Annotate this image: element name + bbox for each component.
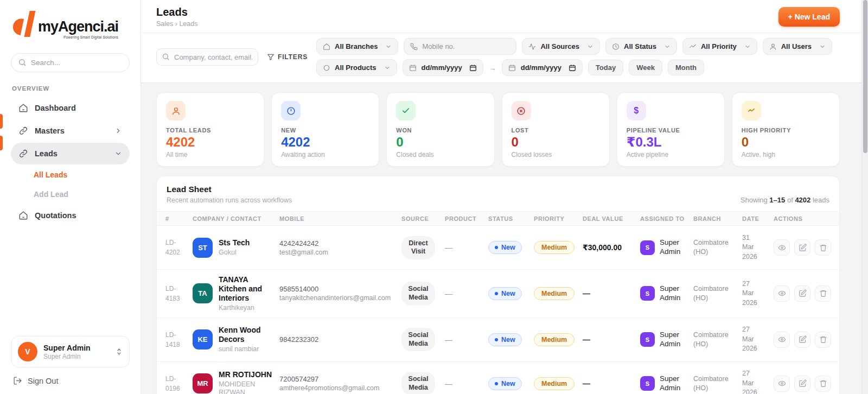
users-filter[interactable]: All Users	[763, 38, 832, 55]
products-filter[interactable]: All Products	[316, 59, 397, 76]
priority-filter[interactable]: All Priority	[682, 38, 757, 55]
status-badge: New	[488, 377, 522, 390]
date-from-picker[interactable]: dd/mm/yyyy	[403, 59, 483, 76]
product: —	[445, 335, 488, 344]
sidebar-item-dashboard[interactable]: Dashboard	[11, 97, 130, 119]
vertical-scrollbar[interactable]	[861, 0, 868, 394]
phone-number: 9842232302	[279, 335, 401, 344]
delete-button[interactable]	[815, 376, 831, 392]
clock-icon	[612, 43, 620, 50]
sidebar-item-masters[interactable]: Masters	[11, 120, 130, 142]
sidebar-subitem-add-lead[interactable]: Add Lead	[11, 185, 130, 204]
assigned-name: Super Admin	[660, 284, 689, 303]
stat-value: ₹0.3L	[627, 135, 715, 149]
email: tanyakitchenandinteriors@gmail.com	[279, 294, 401, 302]
company-name: TANAYA Kitchen and Interiors	[219, 275, 274, 302]
chevron-down-icon	[587, 43, 593, 50]
edit-button[interactable]	[794, 239, 810, 256]
app: myAgenci.ai Powering Smart Digital Solut…	[0, 0, 868, 394]
branches-filter[interactable]: All Branches	[316, 38, 398, 55]
branch: Coimbatore (HO)	[693, 238, 732, 257]
branch: Coimbatore (HO)	[693, 284, 732, 303]
chevrons-up-down-icon	[116, 348, 123, 355]
search-icon	[18, 58, 27, 67]
dollar-icon: $	[627, 101, 646, 120]
lead-sheet-header: Lead Sheet Recent automation runs across…	[157, 176, 839, 211]
active-route-indicator	[0, 114, 3, 129]
stats-row: TOTAL LEADS 4202 All time NEW 4202 Await…	[156, 92, 840, 167]
pagination-summary: Showing 1–15 of 4202 leads	[741, 196, 829, 204]
view-button[interactable]	[774, 239, 790, 256]
trend-icon	[742, 101, 761, 120]
status-badge: New	[488, 333, 522, 346]
sidebar-item-label: Masters	[35, 126, 65, 135]
delete-button[interactable]	[815, 332, 831, 348]
delete-button[interactable]	[815, 239, 831, 256]
user-menu[interactable]: V Super Admin Super Admin	[11, 336, 130, 367]
sidebar-item-leads[interactable]: Leads	[11, 143, 130, 164]
assigned-avatar: S	[640, 286, 655, 301]
priority-badge: Medium	[534, 241, 575, 254]
company-name: Sts Tech	[219, 238, 250, 247]
scrollbar-thumb[interactable]	[863, 0, 867, 153]
sidebar-section-label: OVERVIEW	[12, 85, 130, 92]
edit-button[interactable]	[794, 285, 810, 302]
view-button[interactable]	[774, 332, 790, 348]
home-icon	[18, 103, 28, 113]
user-icon	[166, 101, 186, 120]
table-row[interactable]: LD-1418 KE Kenn Wood Decors sunil nambia…	[157, 318, 839, 362]
lead-id: LD-1418	[165, 330, 187, 349]
view-button[interactable]	[774, 285, 790, 302]
contact-name: Karthikeyan	[219, 304, 274, 312]
package-icon	[323, 64, 330, 72]
view-button[interactable]	[774, 376, 790, 392]
assigned-name: Super Admin	[660, 238, 689, 257]
contact-name: MOHIDEEN RIZWAN	[219, 380, 274, 394]
lead-id: LD-0196	[165, 374, 187, 393]
table-row[interactable]: LD-4183 TA TANAYA Kitchen and Interiors …	[157, 270, 839, 317]
stat-card-total-leads: TOTAL LEADS 4202 All time	[156, 92, 264, 167]
sidebar-search-input[interactable]	[11, 53, 130, 72]
mobile-filter-input[interactable]	[422, 42, 510, 50]
today-button[interactable]: Today	[588, 60, 623, 75]
stat-value: 4202	[281, 135, 369, 149]
edit-button[interactable]	[794, 376, 810, 392]
delete-button[interactable]	[815, 285, 831, 302]
stat-card-won: WON 0 Closed deals	[386, 92, 494, 167]
check-icon	[396, 101, 416, 120]
sidebar-footer: V Super Admin Super Admin Sign Out	[11, 336, 130, 385]
sign-out-button[interactable]: Sign Out	[13, 376, 130, 385]
sign-out-label: Sign Out	[28, 377, 58, 385]
status-dot	[495, 382, 498, 385]
chevron-down-icon	[385, 43, 392, 50]
table-row[interactable]: LD-0196 MR MR ROTIJOHN MOHIDEEN RIZWAN 7…	[157, 362, 839, 394]
priority-badge: Medium	[534, 377, 575, 390]
phone-icon	[410, 43, 418, 50]
product: —	[445, 289, 488, 298]
filter-row-1: All Branches	[316, 38, 832, 55]
chevron-down-icon	[744, 43, 751, 50]
table-search-input[interactable]	[156, 48, 258, 66]
new-lead-button[interactable]: + New Lead	[778, 7, 840, 27]
date-range-arrow: →	[489, 63, 496, 72]
sidebar-item-quotations[interactable]: Quotations	[11, 205, 130, 226]
company-name: MR ROTIJOHN	[219, 370, 274, 379]
email: test@gmail.com	[279, 249, 401, 256]
phone-number: 7200574297	[279, 375, 401, 383]
branch: Coimbatore (HO)	[693, 374, 732, 393]
page-title: Leads	[156, 6, 197, 18]
chevron-down-icon	[819, 43, 826, 50]
month-button[interactable]: Month	[668, 60, 704, 75]
lead-id: LD-4183	[165, 284, 187, 303]
breadcrumb: Sales › Leads	[156, 20, 197, 28]
priority-badge: Medium	[534, 287, 575, 300]
product: —	[445, 379, 488, 388]
sources-filter[interactable]: All Sources	[522, 38, 600, 55]
table-row[interactable]: LD-4202 ST Sts Tech Gokul 4242424242 tes…	[157, 226, 839, 270]
edit-button[interactable]	[794, 332, 810, 348]
week-button[interactable]: Week	[629, 60, 662, 75]
status-filter[interactable]: All Status	[605, 38, 677, 55]
trending-up-icon	[689, 43, 697, 50]
sidebar-subitem-all-leads[interactable]: All Leads	[11, 166, 130, 184]
date-to-picker[interactable]: dd/mm/yyyy	[502, 59, 583, 76]
